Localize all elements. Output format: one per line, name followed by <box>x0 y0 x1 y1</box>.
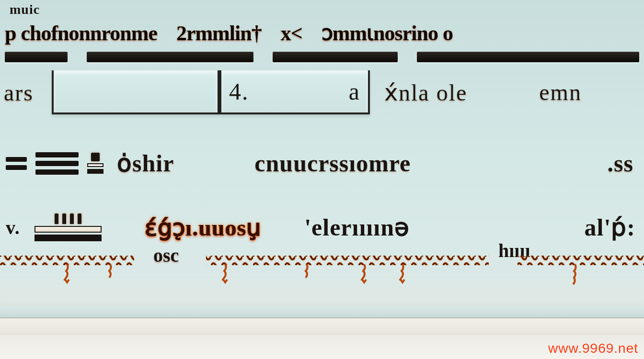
cells-row: ars 4. a x́nla ole emn <box>0 66 644 119</box>
orange-text-1: ɛ́ǵɔ̨ı.uuosu̧ <box>145 214 261 241</box>
header-label-c: x< <box>281 21 302 45</box>
header-label-b: 2rmmlin† <box>176 21 262 45</box>
cell-right-group: x́nla ole emn <box>370 79 644 106</box>
wavy-divider <box>0 252 644 285</box>
header-label-d: ɔmmɩnosrino o <box>322 21 453 45</box>
tab-bar[interactable] <box>417 52 639 62</box>
gauge-icon <box>34 213 102 241</box>
header-labels-row: p chofnonnronme 2rmmlin† x< ɔmmɩnosrino … <box>0 14 644 52</box>
row-prefix: v. <box>6 216 20 239</box>
cell-b-value-left: 4. <box>229 78 249 105</box>
bottom-shelf <box>0 316 644 359</box>
cell-right-b: emn <box>539 79 582 106</box>
tab-bar[interactable] <box>87 52 253 62</box>
cell-right-a: x́nla ole <box>384 79 467 106</box>
tab-bar[interactable] <box>5 52 68 62</box>
input-cell-a[interactable] <box>52 70 219 114</box>
svg-rect-1 <box>206 256 489 265</box>
toolbar-row: ȯshir cnuucrssıomre .ss <box>0 142 644 185</box>
tab-bar[interactable] <box>273 52 398 62</box>
cell-b-value-right: a <box>349 78 360 105</box>
partial-top-row: muic <box>0 0 644 14</box>
header-label-a: p chofnonnronme <box>5 21 157 45</box>
svg-rect-0 <box>0 256 134 265</box>
annotation-text-3: al'ṕ: <box>585 213 638 241</box>
input-cell-b[interactable]: 4. a <box>219 70 370 114</box>
toolbar-icons <box>6 152 104 175</box>
svg-rect-2 <box>518 256 644 265</box>
watermark: www.9969.net <box>548 341 638 356</box>
annotation-text-2: 'elerıııınǝ <box>304 213 410 241</box>
toolbar-text-1: ȯshir <box>117 149 174 177</box>
toolbar-text-2: cnuucrssıomre <box>254 149 411 177</box>
menu-icon[interactable] <box>6 157 27 170</box>
list-lines-icon[interactable] <box>35 152 79 175</box>
annotation-row: v. ɛ́ǵɔ̨ı.uuosu̧ 'elerıııınǝ al'ṕ: <box>0 206 644 249</box>
cell-left-label: ars <box>0 79 52 106</box>
indicator-icon[interactable] <box>87 153 104 174</box>
tab-strip <box>0 52 644 62</box>
top-fragment: muic <box>10 2 40 14</box>
toolbar-text-3: .ss <box>608 149 638 177</box>
